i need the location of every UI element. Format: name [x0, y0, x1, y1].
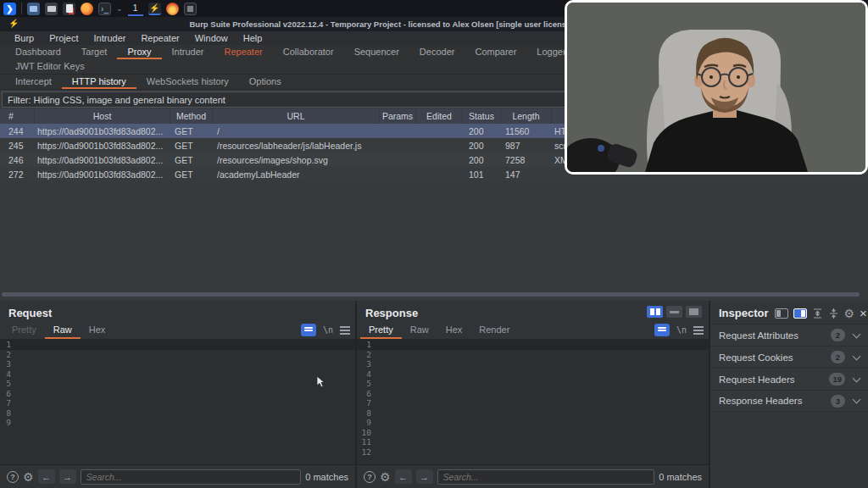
inspector-section[interactable]: Request Cookies 2	[710, 346, 868, 368]
line-number: 8	[0, 408, 15, 419]
response-tab[interactable]: Render	[470, 322, 518, 339]
main-tab[interactable]: Comparer	[465, 45, 526, 59]
document-icon[interactable]	[63, 3, 75, 15]
terminal-dropdown-chevron-icon[interactable]: ⌄	[116, 4, 123, 13]
request-tab[interactable]: Pretty	[3, 322, 45, 339]
proxy-subtab[interactable]: HTTP history	[62, 75, 136, 89]
files-icon[interactable]	[184, 3, 197, 15]
section-label: Response Headers	[719, 396, 831, 406]
proxy-subtab[interactable]: WebSockets history	[136, 75, 239, 89]
inspector-pane-right-icon[interactable]	[793, 308, 807, 319]
folder-icon[interactable]	[45, 3, 58, 15]
expand-all-icon[interactable]	[812, 308, 823, 319]
layout-single-icon[interactable]	[686, 306, 702, 318]
response-search-input[interactable]	[437, 469, 655, 485]
cell-status: 200	[462, 152, 500, 167]
firefox-alt-icon[interactable]	[166, 3, 179, 15]
layout-columns-icon[interactable]	[647, 306, 663, 318]
request-tab[interactable]: Raw	[45, 322, 81, 339]
column-header[interactable]: Status	[462, 108, 500, 124]
menu-item[interactable]: Project	[42, 33, 86, 43]
kali-menu-icon[interactable]: ❯	[3, 3, 16, 15]
firefox-icon[interactable]	[81, 3, 93, 15]
request-tab[interactable]: Hex	[81, 322, 114, 339]
code-line: 1	[0, 340, 355, 350]
column-header[interactable]: Host	[34, 108, 170, 124]
column-header[interactable]: #	[0, 108, 34, 124]
request-editor[interactable]: 1 2 3 4 5	[0, 340, 355, 465]
word-wrap-icon[interactable]	[301, 324, 316, 336]
menu-item[interactable]: Burp	[7, 33, 42, 43]
main-tab[interactable]: Collaborator	[273, 45, 344, 59]
screen: ❯ ›_ ⌄ 1 ⚡ ⚡ Burp Suite Professional v20…	[0, 0, 868, 488]
burp-taskbar-icon[interactable]: ⚡	[148, 3, 161, 15]
response-tab[interactable]: Hex	[437, 322, 471, 339]
cell-host: https://0ad9001b03fd83ad802...	[34, 167, 170, 181]
column-header[interactable]: Params	[379, 108, 415, 124]
layout-rows-icon[interactable]	[666, 306, 682, 318]
line-number: 6	[357, 389, 376, 399]
response-tab[interactable]: Pretty	[360, 322, 402, 339]
response-tabstrip: Pretty Raw Hex Render \n	[357, 322, 709, 340]
code-line: 4	[357, 369, 709, 380]
menu-item[interactable]: Window	[187, 33, 236, 43]
section-label: Request Cookies	[719, 352, 831, 363]
inspector-section[interactable]: Request Headers 19	[710, 368, 868, 390]
close-icon[interactable]: ×	[860, 308, 867, 319]
main-tab[interactable]: Sequencer	[344, 45, 409, 59]
request-search-input[interactable]	[81, 469, 302, 485]
inspector-section[interactable]: Request Attributes 2	[710, 324, 868, 346]
extension-tab[interactable]: JWT Editor Keys	[5, 59, 95, 74]
cell-params	[379, 167, 415, 181]
cell-method: GET	[170, 124, 212, 138]
main-tab[interactable]: Dashboard	[5, 45, 71, 59]
column-header[interactable]: Edited	[415, 108, 462, 124]
collapse-all-icon[interactable]	[828, 308, 839, 319]
editor-menu-icon[interactable]	[693, 330, 704, 331]
main-tab[interactable]: Decoder	[409, 45, 465, 59]
cell-edited	[415, 167, 462, 181]
menu-item[interactable]: Repeater	[133, 33, 186, 43]
main-tab[interactable]: Target	[71, 45, 118, 59]
word-wrap-icon[interactable]	[654, 324, 670, 336]
main-tab[interactable]: Intruder	[162, 45, 214, 59]
terminal-icon[interactable]: ›_	[98, 3, 111, 15]
main-tab[interactable]: Repeater	[214, 45, 272, 59]
help-icon[interactable]: ?	[7, 471, 19, 483]
next-match-button[interactable]: →	[416, 469, 433, 484]
line-number: 4	[0, 369, 15, 380]
prev-match-button[interactable]: ←	[38, 469, 55, 484]
inspector-pane-left-icon[interactable]	[775, 308, 788, 319]
search-settings-gear-icon[interactable]: ⚙	[23, 471, 34, 483]
cell-url: /	[212, 124, 379, 138]
column-header[interactable]: Method	[170, 108, 212, 124]
prev-match-button[interactable]: ←	[395, 469, 412, 484]
line-number: 9	[357, 418, 376, 428]
cell-method: GET	[170, 152, 212, 167]
response-tab[interactable]: Raw	[402, 322, 437, 339]
search-settings-gear-icon[interactable]: ⚙	[380, 471, 391, 483]
workspace-indicator[interactable]: 1	[128, 1, 143, 16]
inspector-settings-gear-icon[interactable]: ⚙	[844, 308, 855, 319]
proxy-subtab[interactable]: Intercept	[5, 75, 62, 89]
help-icon[interactable]: ?	[364, 471, 376, 483]
code-line: 1	[357, 340, 709, 350]
menu-item[interactable]: Help	[236, 33, 270, 43]
inspector-section[interactable]: Response Headers 3	[710, 390, 868, 412]
next-match-button[interactable]: →	[59, 469, 76, 484]
horizontal-scrollbar[interactable]	[2, 292, 860, 297]
column-header[interactable]: Length	[500, 108, 551, 124]
menu-item[interactable]: Intruder	[86, 33, 134, 43]
response-editor[interactable]: 1 2 3 4 5 6 7	[357, 340, 709, 465]
newline-toggle-icon[interactable]: \n	[676, 325, 687, 335]
window-icon[interactable]	[27, 3, 40, 15]
request-panel-title: Request	[0, 301, 355, 322]
response-panel: Response Pretty Raw Hex Render \n	[357, 301, 709, 488]
proxy-subtab[interactable]: Options	[239, 75, 292, 89]
column-header[interactable]: URL	[212, 108, 379, 124]
code-line: 7	[357, 398, 709, 408]
newline-toggle-icon[interactable]: \n	[323, 325, 333, 335]
editor-menu-icon[interactable]	[340, 330, 350, 331]
main-tab[interactable]: Proxy	[117, 45, 161, 59]
cell-method: GET	[170, 138, 212, 152]
